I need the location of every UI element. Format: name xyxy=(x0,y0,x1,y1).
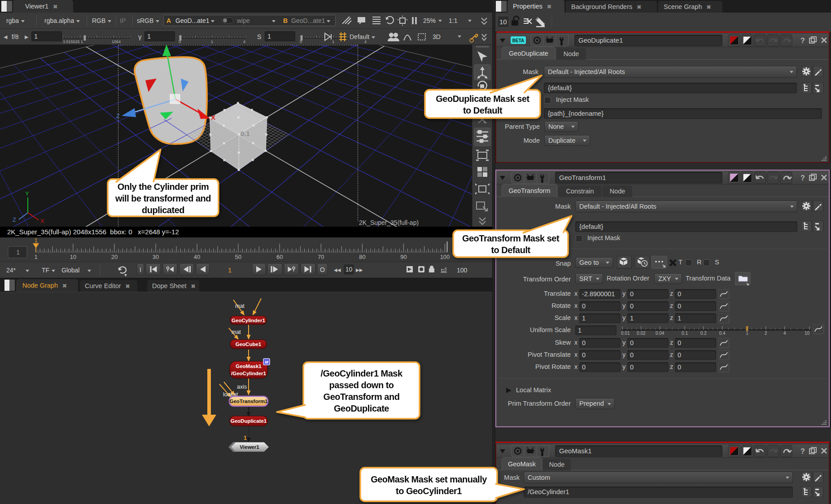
svg-text:3D: 3D xyxy=(433,33,441,40)
svg-text:60: 60 xyxy=(276,254,283,260)
svg-text:1: 1 xyxy=(244,435,247,441)
svg-text:mat: mat xyxy=(235,303,245,309)
svg-text:0.015625 1: 0.015625 1 xyxy=(63,39,83,44)
svg-text:Y: Y xyxy=(25,190,29,197)
svg-text:1: 1 xyxy=(35,237,38,244)
svg-text:M: M xyxy=(265,359,269,364)
svg-text:4: 4 xyxy=(783,331,786,336)
svg-text:4: 4 xyxy=(243,39,245,44)
svg-text:Z: Z xyxy=(13,216,16,223)
svg-text:1: 1 xyxy=(746,331,748,336)
svg-text:0.1: 0.1 xyxy=(241,130,250,137)
svg-text:10: 10 xyxy=(70,254,76,260)
svg-text:2: 2 xyxy=(765,331,767,336)
svg-text:1: 1 xyxy=(16,249,20,256)
svg-text:BETA: BETA xyxy=(512,38,524,43)
svg-text:50: 50 xyxy=(235,254,241,260)
svg-text:Z: Z xyxy=(116,113,120,119)
svg-text:70: 70 xyxy=(318,254,324,260)
svg-text:/GeoCylinder1: /GeoCylinder1 xyxy=(231,371,267,376)
svg-text:X: X xyxy=(40,218,44,224)
svg-text:20: 20 xyxy=(111,254,118,260)
svg-text:1: 1 xyxy=(34,254,37,260)
svg-text:O: O xyxy=(320,266,325,273)
svg-text:1:1: 1:1 xyxy=(449,17,458,24)
svg-text:40: 40 xyxy=(194,254,200,260)
svg-text:GeoMask1: GeoMask1 xyxy=(236,364,262,369)
svg-text:?: ? xyxy=(800,174,805,182)
svg-text:30: 30 xyxy=(153,254,159,260)
svg-text:X: X xyxy=(211,114,215,121)
svg-text:0.01: 0.01 xyxy=(621,331,630,336)
svg-text:0.02: 0.02 xyxy=(637,331,646,336)
svg-text:GeoDuplicate1: GeoDuplicate1 xyxy=(231,418,267,424)
svg-text:axis: axis xyxy=(237,384,247,390)
svg-text:I: I xyxy=(140,266,141,273)
svg-text:0.1: 0.1 xyxy=(682,331,688,336)
svg-text:0.2: 0.2 xyxy=(700,331,707,336)
svg-text:0.4: 0.4 xyxy=(719,331,726,336)
svg-text:90: 90 xyxy=(400,254,407,260)
svg-text:0: 0 xyxy=(179,39,181,44)
svg-text:25%: 25% xyxy=(423,17,436,24)
svg-text:GeoTransform1: GeoTransform1 xyxy=(230,399,268,404)
svg-text:?: ? xyxy=(800,447,805,455)
svg-text:1: 1 xyxy=(211,39,213,44)
svg-text:0.04: 0.04 xyxy=(656,331,665,336)
svg-text:0: 0 xyxy=(300,39,302,44)
svg-text:GeoCylinder1: GeoCylinder1 xyxy=(232,318,265,323)
svg-text:mat: mat xyxy=(232,329,241,335)
svg-text:100: 100 xyxy=(440,254,450,260)
svg-text:80: 80 xyxy=(359,254,365,260)
svg-text:?: ? xyxy=(800,37,805,44)
svg-text:Viewer1: Viewer1 xyxy=(240,444,259,450)
svg-text:1064: 1064 xyxy=(112,39,121,44)
svg-text:GeoCube1: GeoCube1 xyxy=(236,342,262,347)
svg-text:10: 10 xyxy=(805,331,810,336)
svg-text:2K_Super_35(full-ap): 2K_Super_35(full-ap) xyxy=(359,219,419,226)
